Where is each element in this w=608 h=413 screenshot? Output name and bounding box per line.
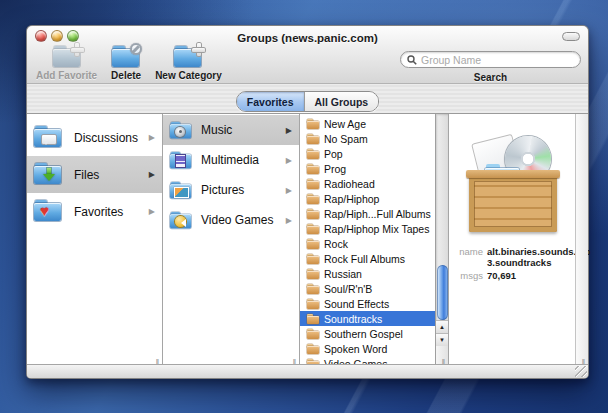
- category-label: Favorites: [74, 205, 149, 219]
- preview-field-label: name: [451, 246, 483, 268]
- group-list: New AgeNo SpamPopProgRadioheadRap/Hiphop…: [300, 114, 435, 368]
- heart-emblem-icon: ♥: [40, 202, 49, 219]
- scroll-up-button[interactable]: ▲: [436, 320, 448, 333]
- small-folder-icon: [307, 344, 319, 354]
- zoom-button[interactable]: [67, 30, 79, 42]
- subcategory-row-music[interactable]: Music▶: [163, 115, 299, 145]
- group-preview-crate-icon: [469, 136, 557, 232]
- toolbar-toggle-button[interactable]: [562, 32, 580, 41]
- group-row-pop[interactable]: Pop: [300, 146, 435, 161]
- chevron-right-icon: ▶: [149, 207, 157, 216]
- group-row-soul-r-n-b[interactable]: Soul/R'n'B: [300, 281, 435, 296]
- group-row-prog[interactable]: Prog: [300, 161, 435, 176]
- group-label: Spoken Word: [324, 343, 387, 355]
- group-label: Russian: [324, 268, 362, 280]
- speaker-emblem-icon: [175, 127, 185, 137]
- window-title: Groups (news.panic.com): [27, 28, 588, 44]
- group-label: Rap/Hiphop Mix Tapes: [324, 223, 429, 235]
- small-folder-icon: [307, 209, 319, 219]
- tab-strip: FavoritesAll Groups: [27, 83, 588, 113]
- search-field[interactable]: [400, 51, 581, 68]
- chevron-right-icon: ▶: [286, 216, 294, 225]
- multimedia-folder-icon: [169, 151, 195, 170]
- group-row-rap-hiphop[interactable]: Rap/Hiphop: [300, 191, 435, 206]
- category-row-favorites[interactable]: ♥Favorites▶: [27, 193, 162, 230]
- subcategory-label: Video Games: [201, 213, 286, 227]
- scrollbar-track[interactable]: [436, 114, 448, 320]
- chevron-right-icon: ▶: [286, 126, 294, 135]
- small-folder-icon: [307, 284, 319, 294]
- group-label: Rock Full Albums: [324, 253, 405, 265]
- music-folder-icon: [169, 121, 195, 140]
- chevron-right-icon: ▶: [286, 186, 294, 195]
- preview-column: namealt.binaries.sounds.mp3.soundtracksm…: [449, 114, 588, 368]
- chevron-right-icon: ▶: [149, 133, 157, 142]
- small-folder-icon: [307, 239, 319, 249]
- small-folder-icon: [307, 164, 319, 174]
- chevron-right-icon: ▶: [286, 156, 294, 165]
- favorites-folder-icon: ♥: [33, 199, 67, 224]
- bubble-emblem-icon: [41, 134, 57, 145]
- view-tabs: FavoritesAll Groups: [236, 91, 379, 112]
- subcategory-row-pictures[interactable]: Pictures▶: [163, 175, 299, 205]
- group-label: Soul/R'n'B: [324, 283, 372, 295]
- app-window: Groups (news.panic.com) Add FavoriteDele…: [26, 25, 589, 379]
- toolbar-button-label: Delete: [111, 70, 141, 81]
- small-folder-icon: [307, 254, 319, 264]
- subcategory-row-video-games[interactable]: Video Games▶: [163, 205, 299, 235]
- resize-grip[interactable]: [575, 366, 587, 377]
- search-area: Search: [400, 51, 581, 83]
- add-favorite-button[interactable]: Add Favorite: [36, 46, 97, 81]
- discussions-folder-icon: [33, 125, 67, 150]
- column-browser: Discussions▶Files▶♥Favorites▶ ‖ Music▶Mu…: [27, 113, 588, 368]
- toolbar: Add FavoriteDeleteNew Category Search: [27, 46, 588, 83]
- group-row-rap-hiph-full-albums[interactable]: Rap/Hiph...Full Albums: [300, 206, 435, 221]
- preview-scrollbar-track[interactable]: [575, 114, 588, 368]
- chevron-right-icon: ▶: [149, 170, 157, 179]
- search-label: Search: [400, 72, 581, 83]
- small-folder-icon: [307, 314, 319, 324]
- small-folder-icon: [307, 119, 319, 129]
- tab-favorites[interactable]: Favorites: [237, 92, 304, 111]
- plus-badge-icon: [71, 43, 84, 56]
- videogames-folder-icon: [169, 211, 195, 230]
- group-label: Sound Effects: [324, 298, 389, 310]
- category-label: Discussions: [74, 131, 149, 145]
- group-row-rock-full-albums[interactable]: Rock Full Albums: [300, 251, 435, 266]
- categories-column: Discussions▶Files▶♥Favorites▶ ‖: [27, 114, 163, 368]
- folder-new-icon: [172, 46, 204, 69]
- subcategory-label: Music: [201, 123, 286, 137]
- group-row-russian[interactable]: Russian: [300, 266, 435, 281]
- subcategory-row-multimedia[interactable]: Multimedia▶: [163, 145, 299, 175]
- group-label: Southern Gospel: [324, 328, 403, 340]
- search-icon: [407, 55, 417, 65]
- scroll-down-button[interactable]: ▼: [436, 333, 448, 346]
- group-row-no-spam[interactable]: No Spam: [300, 131, 435, 146]
- category-row-discussions[interactable]: Discussions▶: [27, 119, 162, 156]
- small-folder-icon: [307, 269, 319, 279]
- group-row-spoken-word[interactable]: Spoken Word: [300, 341, 435, 356]
- new-category-button[interactable]: New Category: [155, 46, 222, 81]
- group-row-radiohead[interactable]: Radiohead: [300, 176, 435, 191]
- close-button[interactable]: [35, 30, 47, 42]
- group-row-sound-effects[interactable]: Sound Effects: [300, 296, 435, 311]
- group-row-southern-gospel[interactable]: Southern Gospel: [300, 326, 435, 341]
- subcategory-list: Music▶Multimedia▶Pictures▶Video Games▶: [163, 115, 299, 235]
- scrollbar-thumb[interactable]: [437, 265, 448, 320]
- group-label: Pop: [324, 148, 343, 160]
- group-row-rock[interactable]: Rock: [300, 236, 435, 251]
- group-row-soundtracks[interactable]: Soundtracks: [300, 311, 435, 326]
- desktop: Groups (news.panic.com) Add FavoriteDele…: [0, 0, 608, 413]
- group-row-rap-hiphop-mix-tapes[interactable]: Rap/Hiphop Mix Tapes: [300, 221, 435, 236]
- category-row-files[interactable]: Files▶: [27, 156, 162, 193]
- title-bar: Groups (news.panic.com): [27, 26, 588, 46]
- tab-all-groups[interactable]: All Groups: [304, 92, 379, 111]
- group-row-new-age[interactable]: New Age: [300, 116, 435, 131]
- group-label: Rap/Hiphop: [324, 193, 379, 205]
- arrow-emblem-icon: [43, 168, 55, 182]
- small-folder-icon: [307, 134, 319, 144]
- folder-delete-icon: [110, 46, 142, 69]
- search-input[interactable]: [417, 54, 574, 66]
- minimize-button[interactable]: [51, 30, 63, 42]
- delete-button[interactable]: Delete: [110, 46, 142, 81]
